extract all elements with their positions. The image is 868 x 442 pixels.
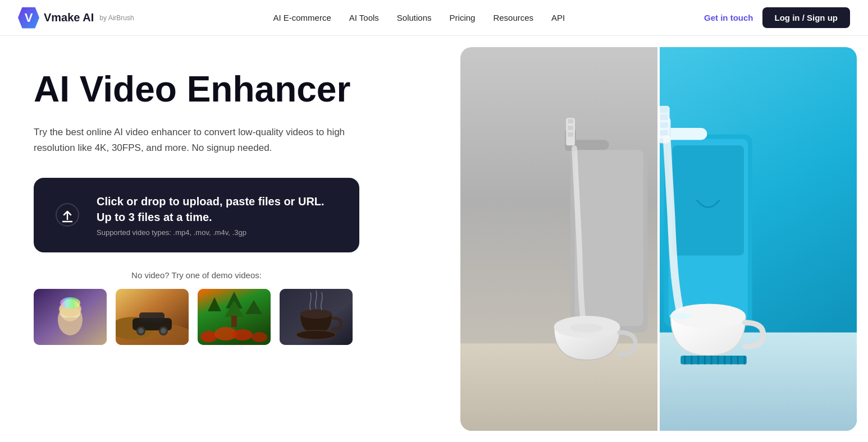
upload-icon: [52, 199, 83, 231]
nav-api[interactable]: API: [551, 13, 565, 22]
left-content: AI Video Enhancer Try the best online AI…: [0, 36, 460, 442]
page-title: AI Video Enhancer: [34, 70, 427, 109]
nav-pricing[interactable]: Pricing: [450, 13, 476, 22]
upload-text: Click or drop to upload, paste files or …: [97, 194, 341, 237]
svg-rect-44: [568, 132, 573, 137]
svg-point-8: [60, 297, 80, 309]
svg-rect-54: [660, 107, 668, 113]
demo-thumb-inner-1: [34, 289, 107, 345]
svg-rect-35: [460, 343, 659, 431]
demo-label: No video? Try one of demo videos:: [34, 270, 359, 280]
comparison-image: [460, 47, 857, 431]
svg-rect-42: [568, 119, 573, 123]
brand-sub: by AirBrush: [99, 14, 134, 22]
svg-rect-21: [231, 316, 237, 327]
upload-main-text: Click or drop to upload, paste files or …: [97, 194, 341, 225]
svg-rect-55: [660, 114, 668, 120]
svg-rect-56: [660, 122, 668, 128]
demo-thumb-inner-2: [116, 289, 189, 345]
svg-rect-43: [568, 126, 573, 130]
svg-point-62: [676, 311, 679, 314]
demo-thumb-1[interactable]: [34, 289, 107, 345]
svg-rect-63: [680, 356, 747, 365]
nav-links: AI E-commerce AI Tools Solutions Pricing…: [273, 13, 565, 22]
navbar: V Vmake AI by AirBrush AI E-commerce AI …: [0, 0, 868, 36]
demo-thumb-2[interactable]: [116, 289, 189, 345]
nav-ai-ecommerce[interactable]: AI E-commerce: [273, 13, 331, 22]
demo-thumb-inner-4: [280, 289, 353, 345]
svg-point-61: [685, 311, 689, 316]
page-subtitle: Try the best online AI video enhancer to…: [34, 125, 382, 155]
hero-image: [460, 47, 857, 431]
svg-point-17: [161, 328, 166, 334]
demo-thumb-4[interactable]: [280, 289, 353, 345]
logo-icon: V: [18, 7, 39, 29]
get-in-touch-link[interactable]: Get in touch: [704, 13, 753, 22]
svg-point-26: [232, 329, 253, 340]
svg-point-47: [569, 324, 602, 333]
demo-thumb-3[interactable]: [198, 289, 271, 345]
nav-right: Get in touch Log in / Sign up: [704, 7, 850, 28]
nav-ai-tools[interactable]: AI Tools: [349, 13, 379, 22]
login-button[interactable]: Log in / Sign up: [762, 7, 850, 28]
brand: V Vmake AI by AirBrush: [18, 7, 134, 29]
svg-point-30: [300, 310, 332, 319]
svg-point-27: [252, 332, 267, 342]
upload-box[interactable]: Click or drop to upload, paste files or …: [34, 178, 359, 252]
svg-rect-38: [575, 150, 643, 326]
demo-thumb-inner-3: [198, 289, 271, 345]
nav-solutions[interactable]: Solutions: [397, 13, 432, 22]
svg-rect-50: [673, 145, 744, 255]
nav-resources[interactable]: Resources: [493, 13, 533, 22]
svg-rect-57: [660, 130, 668, 136]
main-container: AI Video Enhancer Try the best online AI…: [0, 36, 868, 442]
demo-thumbnails: [34, 289, 359, 345]
svg-rect-13: [139, 312, 165, 323]
svg-rect-74: [657, 47, 660, 431]
upload-sub-text: Supported video types: .mp4, .mov, .m4v,…: [97, 228, 341, 237]
brand-name: Vmake AI: [44, 11, 94, 24]
svg-point-15: [138, 328, 144, 334]
svg-text:V: V: [25, 11, 33, 25]
